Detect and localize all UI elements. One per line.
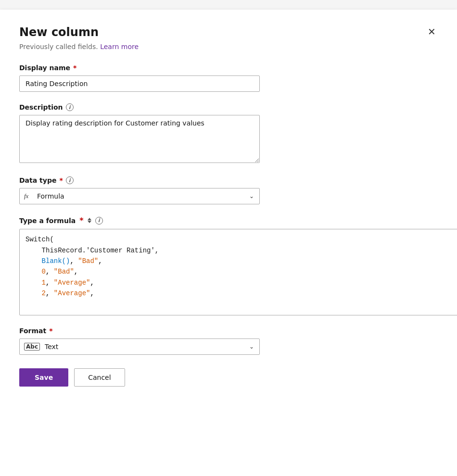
display-name-input[interactable] [19,75,260,92]
save-button[interactable]: Save [19,368,68,387]
dialog-header: New column ✕ [19,25,438,40]
description-group: Description i Display rating description… [19,103,438,165]
description-input[interactable]: Display rating description for Customer … [19,115,260,163]
data-type-label: Data type * i [19,176,438,184]
data-type-group: Data type * i fx Formula Text Number Dat… [19,176,438,204]
formula-label: Type a formula [19,217,76,225]
close-button[interactable]: ✕ [426,25,438,38]
data-type-info-icon: i [66,176,74,184]
formula-group: Type a formula * i Switch( ThisRecord.'C… [19,216,438,315]
formula-line-5: 1, "Average", [25,277,457,288]
description-info-icon: i [66,103,74,111]
format-select[interactable]: Text Email URL Phone [19,338,260,355]
formula-label-row: Type a formula * i [19,216,438,225]
learn-more-link[interactable]: Learn more [100,43,139,50]
formula-sort-icon[interactable] [88,218,91,223]
formula-line-6: 2, "Average", [25,288,457,299]
format-select-wrapper: Abc Text Email URL Phone ⌄ [19,338,260,355]
new-column-dialog: New column ✕ Previously called fields. L… [0,10,457,476]
description-label: Description i [19,103,438,111]
dialog-title: New column [19,25,99,40]
formula-line-1: Switch( [25,234,457,245]
format-label: Format * [19,327,438,335]
formula-line-2: ThisRecord.'Customer Rating', [25,245,457,256]
formula-line-4: 0, "Bad", [25,266,457,277]
formula-line-3: Blank(), "Bad", [25,256,457,266]
display-name-group: Display name * [19,64,438,92]
data-type-select-wrapper: fx Formula Text Number Date ⌄ [19,188,260,204]
action-buttons: Save Cancel [19,368,438,387]
cancel-button[interactable]: Cancel [74,368,125,387]
format-required: * [49,327,52,335]
formula-required: * [79,216,83,225]
formula-editor[interactable]: Switch( ThisRecord.'Customer Rating', Bl… [19,229,457,315]
dialog-subtitle: Previously called fields. Learn more [19,43,438,50]
display-name-label: Display name * [19,64,438,72]
data-type-select[interactable]: Formula Text Number Date [19,188,260,204]
format-group: Format * Abc Text Email URL Phone ⌄ [19,327,438,355]
formula-info-icon: i [95,217,103,225]
data-type-required: * [59,176,63,184]
display-name-required: * [73,64,76,72]
